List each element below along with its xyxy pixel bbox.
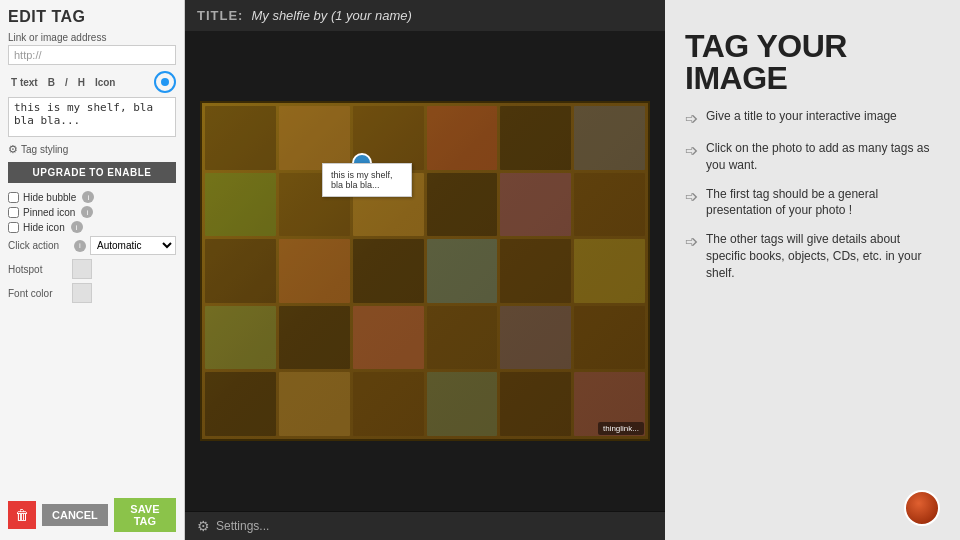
- shelf-cell: [279, 372, 350, 436]
- pinned-icon-info[interactable]: i: [81, 206, 93, 218]
- shelf-cell: [205, 372, 276, 436]
- bottom-buttons: 🗑 CANCEL SAVE TAG: [8, 498, 176, 532]
- link-input[interactable]: [8, 45, 176, 65]
- instruction-item-2: ➩ Click on the photo to add as many tags…: [685, 140, 940, 174]
- instruction-item-4: ➩ The other tags will give details about…: [685, 231, 940, 281]
- format-bar: T text B / H Icon: [8, 71, 176, 93]
- edit-tag-title: EDIT TAG: [8, 8, 176, 26]
- shelf-cell: [574, 106, 645, 170]
- hide-icon-row: Hide icon i: [8, 221, 176, 233]
- settings-gear-icon[interactable]: ⚙: [197, 518, 210, 534]
- hide-icon-checkbox[interactable]: [8, 222, 19, 233]
- bottom-circle-decoration: [904, 490, 940, 526]
- shelf-cell: [205, 239, 276, 303]
- hotspot-bg-swatch[interactable]: [72, 259, 92, 279]
- shelf-cell: [574, 239, 645, 303]
- shelf-cell: [205, 106, 276, 170]
- hide-icon-label: Hide icon: [23, 222, 65, 233]
- center-panel: TITLE: My shelfie by (1 your name): [185, 0, 665, 540]
- shelf-cell: [427, 106, 498, 170]
- tooltip-text: this is my shelf, bla bla bla...: [331, 170, 403, 190]
- shelf-cell: [205, 173, 276, 237]
- shelf-cell: [574, 306, 645, 370]
- font-color-swatch[interactable]: [72, 283, 92, 303]
- text-format[interactable]: T text: [8, 76, 41, 89]
- pinned-icon-row: Pinned icon i: [8, 206, 176, 218]
- shelf-cell: [500, 106, 571, 170]
- italic-format[interactable]: /: [62, 76, 71, 89]
- shelf-cell: [353, 239, 424, 303]
- click-action-info[interactable]: i: [74, 240, 86, 252]
- tag-styling-row: ⚙ Tag styling: [8, 143, 176, 156]
- shelf-cell: [427, 306, 498, 370]
- icon-picker[interactable]: [154, 71, 176, 93]
- bold-format[interactable]: B: [45, 76, 58, 89]
- image-container[interactable]: this is my shelf, bla bla bla... thingli…: [185, 31, 665, 511]
- shelf-grid: [202, 103, 648, 439]
- gear-icon: ⚙: [8, 143, 18, 156]
- settings-label[interactable]: Settings...: [216, 519, 269, 533]
- shelf-cell: [427, 173, 498, 237]
- tag-text-input[interactable]: this is my shelf, bla bla bla...: [8, 97, 176, 137]
- arrow-icon-1: ➩: [685, 109, 698, 128]
- thinglink-watermark: thinglink...: [598, 422, 644, 435]
- shelf-cell: [500, 173, 571, 237]
- title-value: My shelfie by (1 your name): [251, 8, 411, 23]
- right-panel: TAG YOUR IMAGE ➩ Give a title to your in…: [665, 0, 960, 540]
- instruction-text-2: Click on the photo to add as many tags a…: [706, 140, 940, 174]
- save-tag-button[interactable]: SAVE TAG: [114, 498, 176, 532]
- link-label: Link or image address: [8, 32, 176, 43]
- hide-bubble-checkbox[interactable]: [8, 192, 19, 203]
- shelf-cell: [279, 106, 350, 170]
- center-header: TITLE: My shelfie by (1 your name): [185, 0, 665, 31]
- click-action-row: Click action i Automatic: [8, 236, 176, 255]
- pinned-icon-label: Pinned icon: [23, 207, 75, 218]
- hotspot-bg-row: Hotspot: [8, 259, 176, 279]
- hide-bubble-label: Hide bubble: [23, 192, 76, 203]
- arrow-icon-4: ➩: [685, 232, 698, 251]
- instruction-text-4: The other tags will give details about s…: [706, 231, 940, 281]
- hide-bubble-row: Hide bubble i: [8, 191, 176, 203]
- instruction-list: ➩ Give a title to your interactive image…: [685, 108, 940, 282]
- shelf-image[interactable]: this is my shelf, bla bla bla... thingli…: [200, 101, 650, 441]
- instruction-text-3: The first tag should be a general presen…: [706, 186, 940, 220]
- pinned-icon-checkbox[interactable]: [8, 207, 19, 218]
- arrow-icon-3: ➩: [685, 187, 698, 206]
- hide-bubble-info[interactable]: i: [82, 191, 94, 203]
- cancel-button[interactable]: CANCEL: [42, 504, 108, 526]
- font-color-row: Font color: [8, 283, 176, 303]
- title-label: TITLE:: [197, 8, 243, 23]
- shelf-cell: [500, 372, 571, 436]
- instruction-text-1: Give a title to your interactive image: [706, 108, 897, 125]
- icon-format[interactable]: Icon: [92, 76, 119, 89]
- shelf-cell: [279, 306, 350, 370]
- center-footer: ⚙ Settings...: [185, 511, 665, 540]
- tooltip-popup: this is my shelf, bla bla bla...: [322, 163, 412, 197]
- hide-icon-info[interactable]: i: [71, 221, 83, 233]
- shelf-cell: [279, 239, 350, 303]
- shelf-cell: [500, 306, 571, 370]
- heading-format[interactable]: H: [75, 76, 88, 89]
- instruction-item-1: ➩ Give a title to your interactive image: [685, 108, 940, 128]
- upgrade-button[interactable]: UPGRADE TO ENABLE: [8, 162, 176, 183]
- shelf-cell: [427, 372, 498, 436]
- left-panel: EDIT TAG Link or image address T text B …: [0, 0, 185, 540]
- shelf-cell: [353, 372, 424, 436]
- delete-button[interactable]: 🗑: [8, 501, 36, 529]
- hotspot-label: Hotspot: [8, 264, 68, 275]
- shelf-cell: [205, 306, 276, 370]
- shelf-cell: [427, 239, 498, 303]
- instruction-item-3: ➩ The first tag should be a general pres…: [685, 186, 940, 220]
- tag-styling-label: Tag styling: [21, 144, 68, 155]
- tag-your-image-heading: TAG YOUR IMAGE: [685, 30, 940, 94]
- font-color-label: Font color: [8, 288, 68, 299]
- shelf-cell: [353, 306, 424, 370]
- shelf-cell: [500, 239, 571, 303]
- click-action-label: Click action: [8, 240, 68, 251]
- arrow-icon-2: ➩: [685, 141, 698, 160]
- click-action-dropdown[interactable]: Automatic: [90, 236, 176, 255]
- shelf-cell: [574, 173, 645, 237]
